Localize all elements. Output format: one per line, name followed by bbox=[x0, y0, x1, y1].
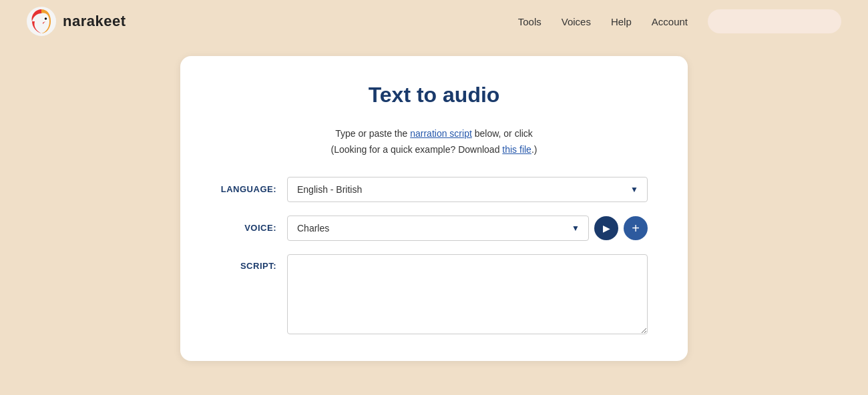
desc-after-link: below, or click bbox=[472, 128, 533, 139]
logo-text: narakeet bbox=[63, 13, 126, 30]
logo-area[interactable]: narakeet bbox=[27, 7, 126, 36]
nav-tools[interactable]: Tools bbox=[518, 16, 541, 27]
script-label: SCRIPT: bbox=[220, 254, 287, 271]
main-card: Text to audio Type or paste the narratio… bbox=[180, 56, 688, 361]
desc-example-before: (Looking for a quick example? Download bbox=[331, 144, 503, 155]
play-button[interactable]: ▶ bbox=[594, 216, 618, 240]
add-voice-button[interactable]: + bbox=[624, 216, 648, 240]
script-textarea[interactable] bbox=[287, 254, 648, 334]
voice-row: VOICE: Charles ▼ ▶ + bbox=[220, 216, 648, 241]
script-row: SCRIPT: bbox=[220, 254, 648, 334]
desc-before-link: Type or paste the bbox=[335, 128, 410, 139]
page-title: Text to audio bbox=[220, 83, 648, 107]
main-nav: Tools Voices Help Account bbox=[518, 16, 688, 27]
nav-voices[interactable]: Voices bbox=[562, 16, 591, 27]
description-text: Type or paste the narration script below… bbox=[220, 126, 648, 158]
header-cta-button[interactable] bbox=[708, 9, 841, 33]
voice-controls: Charles ▼ ▶ + bbox=[287, 216, 648, 241]
language-select[interactable]: English - British bbox=[287, 177, 648, 202]
language-select-wrapper: English - British ▼ bbox=[287, 177, 648, 202]
voice-label: VOICE: bbox=[220, 223, 287, 233]
play-icon: ▶ bbox=[603, 223, 610, 234]
svg-point-2 bbox=[45, 17, 47, 20]
logo-icon bbox=[27, 7, 56, 36]
plus-icon: + bbox=[632, 222, 640, 235]
voice-select-wrapper: Charles ▼ bbox=[287, 216, 589, 241]
language-row: LANGUAGE: English - British ▼ bbox=[220, 177, 648, 202]
voice-select[interactable]: Charles bbox=[287, 216, 589, 241]
desc-example-after: .) bbox=[531, 144, 537, 155]
nav-help[interactable]: Help bbox=[611, 16, 632, 27]
this-file-link[interactable]: this file bbox=[502, 144, 531, 155]
language-label: LANGUAGE: bbox=[220, 184, 287, 194]
narration-script-link[interactable]: narration script bbox=[410, 128, 472, 139]
nav-account[interactable]: Account bbox=[652, 16, 688, 27]
